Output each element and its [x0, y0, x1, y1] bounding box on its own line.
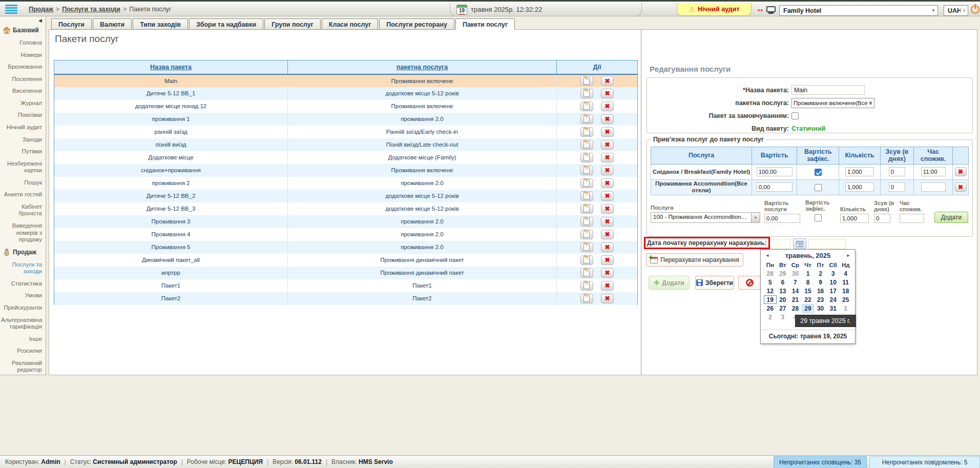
calendar-day[interactable]: 23 [814, 295, 827, 304]
calendar-day[interactable]: 19 [764, 295, 777, 304]
tab[interactable]: Валюти [93, 18, 132, 30]
date-picker-button[interactable] [793, 238, 806, 249]
calendar-day[interactable]: 13 [777, 287, 789, 295]
table-row[interactable]: пізній виїзд Пізній виїзд/Late check-out… [54, 138, 638, 151]
calendar-day[interactable]: 1 [802, 269, 815, 278]
calendar-day[interactable]: 22 [802, 295, 815, 304]
delete-button[interactable]: ✖ [601, 255, 614, 265]
table-row[interactable]: Проживання 4 проживання 2.0 ✎ ✖ [54, 228, 638, 241]
delete-button[interactable]: ✖ [601, 242, 614, 252]
calendar-day[interactable]: 29 [777, 269, 789, 278]
table-row[interactable]: ипртрр Проживання динамічний пакет ✎ ✖ [54, 267, 638, 279]
calendar-day[interactable]: 12 [764, 287, 777, 295]
table-row[interactable]: Дитяче 5-12 BB_2 додаткове місце 5-12 ро… [54, 190, 638, 202]
price-fixed-checkbox[interactable] [815, 169, 822, 176]
calendar-day[interactable]: 24 [827, 295, 840, 304]
edit-button[interactable]: ✎ [580, 294, 593, 303]
calendar-day[interactable]: 25 [839, 295, 852, 304]
cancel-button[interactable] [738, 276, 761, 290]
hotel-select[interactable]: Family Hotel ▼ [779, 5, 938, 16]
sidebar-item[interactable]: Кабінет броніста [0, 201, 46, 220]
calendar-today-link[interactable]: Сьогодні: травня 19, 2025 [762, 330, 854, 341]
calendar-day[interactable]: 16 [814, 287, 827, 295]
delete-button[interactable]: ✖ [601, 178, 614, 188]
menu-icon[interactable] [5, 5, 17, 14]
sidebar-item[interactable]: Рекламний редактор [0, 357, 46, 375]
calendar-day[interactable]: 4 [839, 269, 852, 278]
remove-binding-button[interactable]: ✖ [955, 182, 967, 192]
calendar-day[interactable]: 5 [764, 278, 777, 287]
calendar-day[interactable]: 29 [802, 304, 815, 313]
table-row[interactable]: додатеове місце понад 12 Проживання вклю… [54, 100, 638, 113]
sidebar-item[interactable]: Покоївки [0, 109, 46, 121]
calendar-day[interactable]: 8 [802, 278, 815, 287]
delete-button[interactable]: ✖ [601, 191, 614, 201]
delete-button[interactable]: ✖ [601, 230, 614, 239]
breadcrumb-root[interactable]: Продаж [29, 6, 53, 13]
sidebar-item[interactable]: Нічний аудит [0, 121, 46, 134]
delete-button[interactable]: ✖ [601, 204, 614, 214]
tab[interactable]: Послуги ресторану [379, 18, 454, 30]
tab[interactable]: Типи заходів [133, 18, 188, 30]
sidebar-item[interactable]: Незбережені картки [0, 158, 46, 177]
delete-button[interactable]: ✖ [601, 294, 614, 303]
sidebar-item[interactable]: Головна [0, 37, 46, 49]
edit-button[interactable]: ✎ [580, 281, 593, 291]
panel-splitter[interactable] [641, 30, 641, 375]
delete-button[interactable]: ✖ [601, 166, 614, 175]
package-service-select[interactable]: Проживання включене(Все оте ∨ [791, 98, 874, 108]
unread-notifications-badge[interactable]: Непрочитаних сповіщень: 35 [774, 456, 867, 468]
prev-month-icon[interactable]: ◄ [764, 252, 770, 259]
sidebar-item[interactable]: Розсилки [0, 345, 46, 357]
delete-button[interactable]: ✖ [601, 114, 614, 124]
edit-button[interactable]: ✎ [580, 191, 593, 201]
power-icon[interactable] [971, 5, 979, 14]
tab[interactable]: Збори та надбавки [189, 18, 263, 30]
calendar-day[interactable]: 28 [789, 304, 802, 313]
calendar-day[interactable]: 2 [814, 269, 827, 278]
breadcrumb-section[interactable]: Послуги та заходи [62, 6, 120, 13]
tab[interactable]: Послуги [51, 18, 92, 30]
edit-button[interactable]: ✎ [580, 114, 593, 124]
tab[interactable]: Пакети послуг [455, 18, 515, 30]
add-shift-input[interactable] [874, 214, 890, 223]
sidebar-item[interactable]: Інше [0, 333, 46, 345]
add-quantity-input[interactable] [840, 214, 869, 223]
calendar-day[interactable]: 6 [777, 278, 789, 287]
edit-button[interactable]: ✎ [580, 268, 593, 278]
edit-button[interactable]: ✎ [580, 230, 593, 239]
price-input[interactable] [757, 182, 793, 192]
edit-button[interactable]: ✎ [580, 89, 593, 98]
quantity-input[interactable] [845, 182, 874, 192]
sidebar-item[interactable]: Виведення номерів з продажу [0, 220, 46, 246]
next-month-icon[interactable]: ► [845, 252, 851, 259]
calendar-day[interactable]: 17 [827, 287, 840, 295]
add-fixed-checkbox[interactable] [815, 214, 822, 221]
sidebar-collapse-icon[interactable]: ◀ [0, 16, 46, 24]
calendar-day[interactable]: 11 [839, 278, 852, 287]
calendar-day[interactable]: 27 [777, 304, 789, 313]
sidebar-item[interactable]: Статистика [0, 278, 46, 290]
sidebar-item[interactable]: Номери [0, 49, 46, 62]
calendar-day[interactable]: 9 [814, 278, 827, 287]
sidebar-item[interactable]: Заходи [0, 134, 46, 146]
unread-messages-badge[interactable]: Непрочитаних повідомлень: 5 [869, 456, 980, 468]
table-row[interactable]: Main Проживання включене ✎ ✖ [54, 74, 638, 87]
service-combobox[interactable]: 100 - Проживання Accomondtion... ▼ [651, 212, 760, 223]
edit-button[interactable]: ✎ [580, 178, 593, 188]
price-input[interactable] [757, 167, 793, 176]
remove-binding-button[interactable]: ✖ [955, 167, 967, 176]
edit-button[interactable]: ✎ [580, 101, 593, 111]
calendar-day[interactable]: 26 [764, 304, 777, 313]
recalc-time-input[interactable] [808, 239, 846, 249]
table-row[interactable]: Пакет2 Пакет2 ✎ ✖ [54, 292, 638, 305]
sidebar-item[interactable]: Умови [0, 290, 46, 302]
sidebar-item[interactable]: Журнал [0, 97, 46, 110]
calendar-day[interactable]: 7 [789, 278, 802, 287]
table-row[interactable]: Дитяче 5-12 BB_1 додаткове місце 5-12 ро… [54, 87, 638, 100]
calendar-day[interactable]: 15 [802, 287, 815, 295]
calendar-day[interactable]: 21 [789, 295, 802, 304]
calendar-day[interactable]: 3 [777, 313, 789, 321]
price-fixed-checkbox[interactable] [815, 184, 822, 191]
edit-button[interactable]: ✎ [580, 166, 593, 175]
